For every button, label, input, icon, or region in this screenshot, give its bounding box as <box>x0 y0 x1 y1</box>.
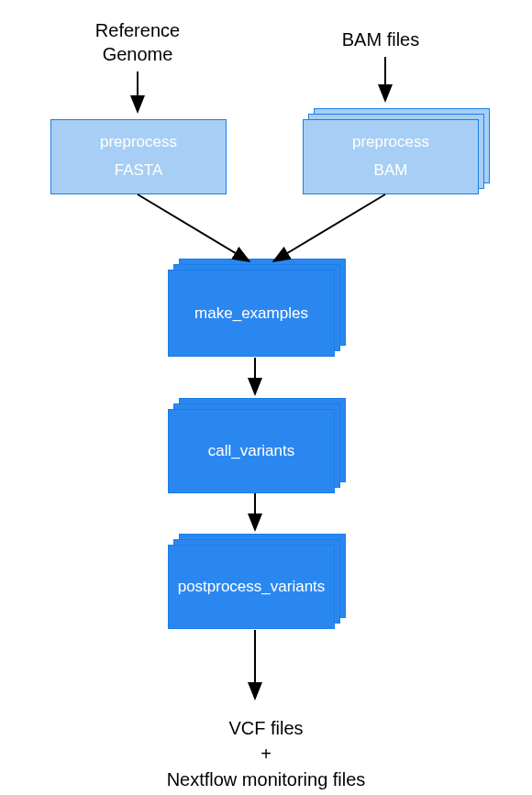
preprocess-fasta-line2: FASTA <box>115 157 163 185</box>
reference-label-line1: Reference <box>95 20 180 40</box>
svg-line-4 <box>275 194 385 260</box>
preprocess-bam-line1: preprocess <box>352 128 429 157</box>
preprocess-fasta-line1: preprocess <box>100 128 177 157</box>
call-variants-box: call_variants <box>168 409 335 493</box>
reference-genome-label: Reference Genome <box>78 18 197 66</box>
preprocess-bam-box: preprocess BAM <box>303 119 479 194</box>
output-line3: Nextflow monitoring files <box>167 769 366 789</box>
preprocess-fasta-box: preprocess FASTA <box>50 119 227 194</box>
preprocess-bam-line2: BAM <box>374 157 408 185</box>
make-examples-box: make_examples <box>168 270 335 357</box>
bam-label-text: BAM files <box>342 29 419 50</box>
postprocess-variants-box: postprocess_variants <box>168 545 335 629</box>
bam-files-label: BAM files <box>326 28 436 51</box>
postprocess-variants-label: postprocess_variants <box>178 578 326 596</box>
output-line1: VCF files <box>228 718 303 738</box>
output-label: VCF files + Nextflow monitoring files <box>0 715 532 792</box>
output-line2: + <box>260 744 272 764</box>
call-variants-label: call_variants <box>208 442 295 460</box>
make-examples-label: make_examples <box>194 304 308 323</box>
svg-line-3 <box>138 194 248 260</box>
reference-label-line2: Genome <box>103 44 173 64</box>
